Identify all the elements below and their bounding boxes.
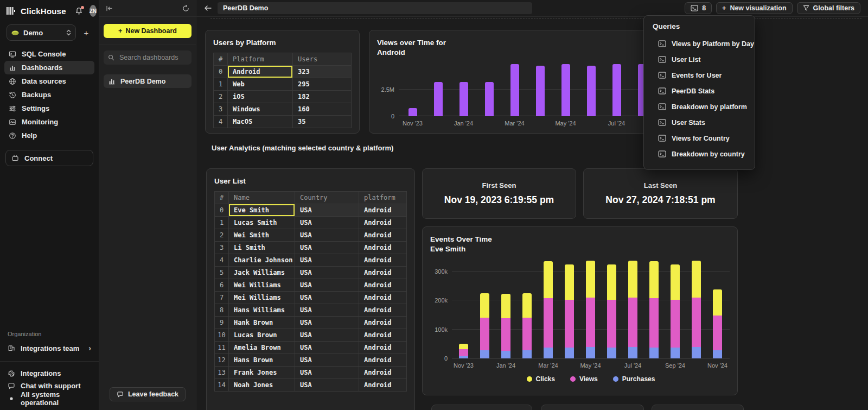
table-cell[interactable]: USA xyxy=(295,317,359,329)
bar-nov-24[interactable] xyxy=(713,289,722,358)
table-cell[interactable]: USA xyxy=(295,354,359,367)
table-cell[interactable]: Android xyxy=(359,254,407,267)
table-cell[interactable]: Android xyxy=(359,267,407,279)
table-cell[interactable]: USA xyxy=(295,279,359,292)
table-cell[interactable]: Amelia Brown xyxy=(229,342,295,354)
refresh-icon[interactable] xyxy=(182,5,189,12)
bar-nov-23[interactable] xyxy=(409,108,417,116)
row-index-cell[interactable]: 3 xyxy=(215,242,229,254)
table-row[interactable]: 2iOS182 xyxy=(214,91,352,103)
row-index-cell[interactable]: 5 xyxy=(215,267,229,279)
add-service-button[interactable]: + xyxy=(80,28,92,37)
collapse-sidebar-icon[interactable] xyxy=(106,5,113,12)
table-cell[interactable]: Li Smith xyxy=(229,242,295,254)
table-row[interactable]: 3Li SmithUSAAndroid xyxy=(215,242,407,254)
table-cell[interactable]: Eve Smith xyxy=(229,204,295,217)
table-cell[interactable]: USA xyxy=(295,342,359,354)
row-index-cell[interactable]: 3 xyxy=(214,103,228,116)
table-cell[interactable]: Hans Williams xyxy=(229,304,295,317)
table-cell[interactable]: 323 xyxy=(293,66,352,78)
row-index-cell[interactable]: 8 xyxy=(215,304,229,317)
row-index-cell[interactable]: 10 xyxy=(215,329,229,342)
row-index-cell[interactable]: 0 xyxy=(215,204,229,217)
table-cell[interactable]: USA xyxy=(295,292,359,304)
query-item-views-by-platform-by-day[interactable]: Views by Platform by Day xyxy=(653,36,746,52)
sidebar-item-dashboards[interactable]: Dashboards xyxy=(4,61,94,74)
table-cell[interactable]: Frank Jones xyxy=(229,367,295,379)
table-cell[interactable]: USA xyxy=(295,242,359,254)
table-row[interactable]: 14Noah JonesUSAAndroid xyxy=(215,379,407,392)
row-index-cell[interactable]: 4 xyxy=(215,254,229,267)
sidebar-item-monitoring[interactable]: Monitoring xyxy=(4,115,94,129)
table-cell[interactable]: Android xyxy=(359,379,407,392)
bar-feb-24[interactable] xyxy=(522,293,532,358)
table-cell[interactable]: Hank Brown xyxy=(229,317,295,329)
workspace-selector[interactable]: Demo xyxy=(7,24,76,41)
table-cell[interactable]: USA xyxy=(295,217,359,229)
table-cell[interactable]: Android xyxy=(228,66,293,78)
bar-jul-24[interactable] xyxy=(612,64,621,116)
table-row[interactable]: 4Charlie JohnsonUSAAndroid xyxy=(215,254,407,267)
table-row[interactable]: 7Mei WilliamsUSAAndroid xyxy=(215,292,407,304)
bar-oct-24[interactable] xyxy=(692,261,701,358)
table-row[interactable]: 11Amelia BrownUSAAndroid xyxy=(215,342,407,354)
table-cell[interactable]: Jack Williams xyxy=(229,267,295,279)
row-index-cell[interactable]: 2 xyxy=(214,91,228,103)
sidebar-item-integrations[interactable]: Integrations xyxy=(0,367,99,380)
bar-sep-24[interactable] xyxy=(671,264,680,358)
bar-mar-24[interactable] xyxy=(510,64,519,116)
query-item-peerdb-stats[interactable]: PeerDB Stats xyxy=(653,83,746,99)
table-row[interactable]: 0Android323 xyxy=(214,66,352,78)
back-arrow-icon[interactable] xyxy=(204,5,212,11)
table-row[interactable]: 9Hank BrownUSAAndroid xyxy=(215,317,407,329)
table-cell[interactable]: Android xyxy=(359,229,407,242)
bar-nov-23[interactable] xyxy=(459,344,468,358)
legend-item-clicks[interactable]: Clicks xyxy=(527,375,555,383)
row-index-cell[interactable]: 4 xyxy=(214,116,228,128)
table-cell[interactable]: USA xyxy=(295,267,359,279)
table-cell[interactable]: 295 xyxy=(293,78,352,91)
row-index-cell[interactable]: 12 xyxy=(215,354,229,367)
table-cell[interactable]: USA xyxy=(295,329,359,342)
sidebar-item-settings[interactable]: Settings xyxy=(4,102,94,115)
table-cell[interactable]: Lucas Smith xyxy=(229,217,295,229)
table-cell[interactable]: Windows xyxy=(228,103,293,116)
queries-count-button[interactable]: 8 xyxy=(685,2,712,14)
leave-feedback-button[interactable]: Leave feedback xyxy=(110,387,186,401)
table-row[interactable]: 4MacOS35 xyxy=(214,116,352,128)
query-item-views-for-country[interactable]: Views for Country xyxy=(653,130,746,146)
table-row[interactable]: 10Lucas BrownUSAAndroid xyxy=(215,329,407,342)
query-item-events-for-user[interactable]: Events for User xyxy=(653,67,746,83)
bar-jan-24[interactable] xyxy=(459,82,468,116)
avatar[interactable]: ZN xyxy=(90,5,97,17)
sidebar-item-backups[interactable]: Backups xyxy=(4,88,94,102)
table-row[interactable]: 5Jack WilliamsUSAAndroid xyxy=(215,267,407,279)
bar-apr-24[interactable] xyxy=(565,264,574,358)
table-cell[interactable]: Noah Jones xyxy=(229,379,295,392)
dashboard-list-item-peerdb-demo[interactable]: PeerDB Demo xyxy=(104,74,192,88)
table-cell[interactable]: iOS xyxy=(228,91,293,103)
table-row[interactable]: 0Eve SmithUSAAndroid xyxy=(215,204,407,217)
table-cell[interactable]: USA xyxy=(295,229,359,242)
row-index-cell[interactable]: 7 xyxy=(215,292,229,304)
table-cell[interactable]: Android xyxy=(359,242,407,254)
table-row[interactable]: 3Windows160 xyxy=(214,103,352,116)
table-cell[interactable]: Android xyxy=(359,292,407,304)
table-cell[interactable]: Lucas Brown xyxy=(229,329,295,342)
table-cell[interactable]: Web xyxy=(228,78,293,91)
table-cell[interactable]: Charlie Johnson xyxy=(229,254,295,267)
table-cell[interactable]: Android xyxy=(359,354,407,367)
bar-feb-24[interactable] xyxy=(485,82,494,116)
legend-item-purchases[interactable]: Purchases xyxy=(613,375,655,383)
table-cell[interactable]: MacOS xyxy=(228,116,293,128)
connect-button[interactable]: Connect xyxy=(5,150,93,166)
search-dashboards-input[interactable] xyxy=(118,53,187,62)
table-cell[interactable]: USA xyxy=(295,304,359,317)
table-cell[interactable]: USA xyxy=(295,254,359,267)
table-cell[interactable]: 35 xyxy=(293,116,352,128)
table-row[interactable]: 6Wei WilliamsUSAAndroid xyxy=(215,279,407,292)
bar-jan-24[interactable] xyxy=(501,294,510,358)
table-cell[interactable]: Wei Smith xyxy=(229,229,295,242)
table-cell[interactable]: Mei Williams xyxy=(229,292,295,304)
bar-jun-24[interactable] xyxy=(587,66,596,116)
